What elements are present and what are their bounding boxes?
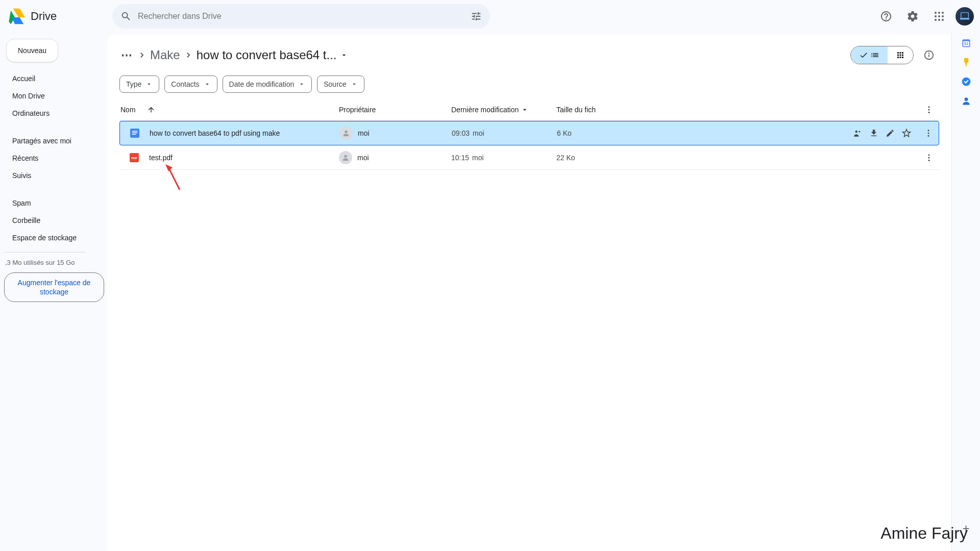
more-vert-icon [924, 153, 934, 162]
list-view-button[interactable] [851, 46, 888, 64]
breadcrumb: ⋯ Make how to convert base64 t... [119, 39, 939, 71]
nav-starred[interactable]: Suivis [4, 167, 107, 184]
main-content: ⋯ Make how to convert base64 t... [107, 35, 951, 551]
filter-contacts[interactable]: Contacts [164, 76, 217, 93]
help-icon[interactable] [876, 6, 896, 27]
search-icon [120, 11, 132, 22]
svg-text:31: 31 [964, 41, 968, 46]
filter-modified[interactable]: Date de modification [223, 76, 312, 93]
file-row[interactable]: PDFtest.pdfmoi10:15moi22 Ko [119, 145, 939, 170]
svg-rect-10 [960, 18, 969, 20]
owner-name: moi [357, 154, 369, 162]
svg-point-4 [938, 15, 940, 17]
modified-by: moi [473, 129, 484, 137]
col-header-more[interactable] [919, 105, 939, 114]
gear-icon[interactable] [902, 6, 923, 27]
user-avatar[interactable] [955, 7, 974, 26]
svg-point-1 [938, 12, 940, 14]
chevron-right-icon [183, 50, 193, 60]
share-icon[interactable] [853, 129, 862, 138]
nav-shared[interactable]: Partagés avec moi [4, 133, 107, 149]
nav-computers[interactable]: Ordinateurs [4, 105, 107, 121]
svg-point-5 [942, 15, 944, 17]
file-size: 6 Ko [557, 129, 853, 137]
owner-name: moi [358, 129, 370, 137]
caret-down-icon [145, 81, 153, 88]
keep-icon[interactable] [961, 57, 971, 67]
filter-type[interactable]: Type [119, 76, 159, 93]
caret-down-icon [521, 106, 529, 114]
breadcrumb-parent[interactable]: Make [150, 48, 180, 62]
svg-point-23 [928, 130, 929, 131]
svg-point-15 [928, 109, 930, 111]
svg-point-25 [928, 135, 929, 137]
search-input[interactable] [138, 12, 471, 21]
side-panel: 31 + [951, 33, 980, 551]
modified-by: moi [472, 154, 484, 162]
storage-usage-text: ,3 Mo utilisés sur 15 Go [4, 257, 107, 272]
owner-avatar [339, 127, 353, 140]
upgrade-storage-button[interactable]: Augmenter l'espace de stockage [4, 272, 104, 302]
nav-storage[interactable]: Espace de stockage [4, 230, 107, 246]
svg-point-16 [928, 112, 930, 113]
grid-view-button[interactable] [888, 46, 913, 64]
svg-point-30 [928, 157, 930, 158]
svg-point-0 [935, 12, 937, 14]
table-header: Nom Propriétaire Dernière modification T… [119, 99, 939, 121]
modified-time: 09:03 [452, 129, 470, 137]
caret-down-icon [298, 81, 305, 88]
contacts-icon[interactable] [961, 96, 971, 106]
caret-down-icon [204, 81, 211, 88]
col-header-modified[interactable]: Dernière modification [451, 106, 556, 114]
owner-avatar [339, 151, 352, 164]
col-header-owner[interactable]: Propriétaire [339, 106, 451, 114]
modified-time: 10:15 [451, 154, 469, 162]
svg-point-14 [928, 106, 930, 108]
row-more-button[interactable] [918, 129, 939, 138]
breadcrumb-current-label: how to convert base64 t... [197, 48, 337, 62]
new-button[interactable]: Nouveau [6, 39, 58, 62]
nav-recent[interactable]: Récents [4, 150, 107, 166]
file-row[interactable]: how to convert base64 to pdf using makem… [119, 121, 939, 145]
svg-point-8 [942, 19, 944, 21]
svg-point-3 [935, 15, 937, 17]
nav-spam[interactable]: Spam [4, 195, 107, 211]
svg-point-31 [928, 159, 930, 161]
edit-icon[interactable] [886, 129, 895, 138]
logo-area: Drive [6, 6, 108, 27]
nav-trash[interactable]: Corbeille [4, 212, 107, 229]
row-more-button[interactable] [919, 153, 939, 162]
view-toggle [850, 46, 914, 64]
svg-point-21 [345, 131, 347, 133]
svg-point-24 [928, 133, 929, 134]
list-icon [870, 51, 879, 60]
drive-logo-icon [6, 6, 27, 27]
topbar-right [876, 6, 974, 27]
svg-point-37 [964, 97, 968, 101]
star-icon[interactable] [902, 129, 911, 138]
search-bar[interactable] [112, 4, 490, 29]
file-name: test.pdf [149, 154, 173, 162]
search-tune-icon[interactable] [471, 11, 482, 22]
svg-rect-19 [132, 133, 138, 134]
breadcrumb-current[interactable]: how to convert base64 t... [197, 48, 348, 62]
divider [4, 252, 86, 253]
download-icon[interactable] [869, 129, 878, 138]
filter-source[interactable]: Source [317, 76, 364, 93]
check-icon [859, 51, 868, 60]
svg-rect-9 [961, 13, 969, 18]
topbar: Drive [0, 0, 980, 33]
caret-down-icon [340, 51, 348, 59]
tasks-icon[interactable] [961, 77, 971, 87]
calendar-icon[interactable]: 31 [961, 38, 971, 48]
svg-point-22 [855, 131, 858, 133]
pdf-icon: PDF [130, 153, 139, 162]
col-header-name[interactable]: Nom [119, 106, 339, 114]
breadcrumb-overflow-icon[interactable]: ⋯ [119, 48, 134, 62]
sidebar: Nouveau Accueil Mon Drive Ordinateurs Pa… [0, 33, 107, 551]
apps-icon[interactable] [929, 6, 949, 27]
nav-mydrive[interactable]: Mon Drive [4, 88, 107, 104]
nav-home[interactable]: Accueil [4, 70, 107, 87]
col-header-size[interactable]: Taille du fich [556, 106, 919, 114]
info-icon[interactable] [919, 45, 939, 65]
